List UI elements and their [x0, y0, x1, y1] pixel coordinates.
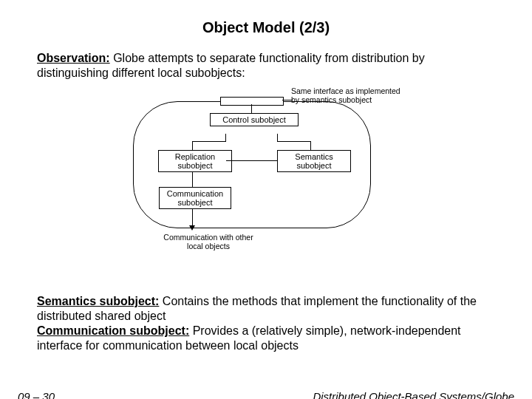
page-title: Object Model (2/3) [0, 0, 532, 36]
connector-line [226, 160, 277, 161]
definitions-block: Semantics subobject: Contains the method… [0, 294, 532, 353]
connector-line [277, 134, 278, 141]
connector-line [282, 100, 293, 100]
connector-line [277, 141, 310, 142]
connector-line [251, 104, 252, 113]
connector-line [192, 209, 193, 227]
connector-line [192, 172, 193, 187]
annotation-communication: Communication with other local objects [157, 233, 260, 250]
interface-stub [220, 97, 284, 106]
semantics-subobject-box: Semantics subobject [277, 150, 351, 172]
communication-subobject-box: Communication subobject [159, 187, 231, 209]
connector-line [192, 141, 226, 142]
annotation-interface: Same interface as implemented by semanti… [291, 86, 409, 104]
replication-subobject-box: Replication subobject [158, 150, 232, 172]
connector-line [310, 141, 311, 150]
connector-line [192, 141, 193, 150]
arrow-down-icon [189, 225, 195, 231]
slide-number: 09 – 30 [18, 390, 55, 399]
connector-line [225, 134, 226, 141]
communication-def-label: Communication subobject: [37, 324, 189, 337]
control-subobject-box: Control subobject [210, 113, 299, 126]
communication-definition: Communication subobject: Provides a (rel… [37, 324, 495, 353]
slide: Object Model (2/3) Observation: Globe at… [0, 0, 532, 399]
diagram: Same interface as implemented by semanti… [126, 86, 406, 264]
observation-label: Observation: [37, 52, 110, 64]
semantics-def-label: Semantics subobject: [37, 295, 159, 307]
observation-block: Observation: Globe attempts to separate … [0, 36, 532, 81]
footer-title: Distributed Object-Based Systems/Globe [313, 390, 514, 399]
semantics-definition: Semantics subobject: Contains the method… [37, 294, 495, 324]
